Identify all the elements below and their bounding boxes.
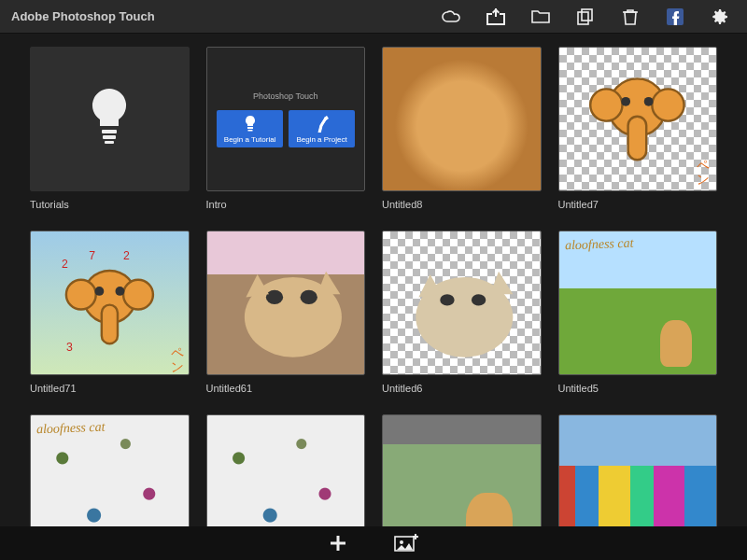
project-item: aloofness cat Untitled5: [558, 231, 718, 398]
image-plus-icon: [394, 534, 418, 553]
project-thumbnail-intro[interactable]: Photoshop Touch Begin a Tutorial Begin a…: [206, 47, 366, 191]
svg-point-9: [591, 90, 623, 121]
svg-point-33: [400, 540, 403, 544]
project-label: Untitled8: [382, 199, 542, 210]
svg-point-10: [653, 90, 684, 121]
overlay-text: aloofness cat: [564, 236, 633, 254]
project-item: ペン Untitled7: [558, 47, 718, 214]
creative-cloud-icon[interactable]: [435, 1, 467, 33]
overlay-text: ペン: [167, 339, 185, 370]
svg-rect-31: [331, 542, 345, 545]
svg-rect-6: [247, 127, 253, 129]
begin-project-button[interactable]: Begin a Project: [289, 110, 354, 147]
project-label: Intro: [206, 199, 366, 210]
project-thumbnail[interactable]: [382, 47, 542, 191]
trash-icon[interactable]: [614, 1, 646, 33]
project-item: Untitled61: [206, 231, 366, 398]
project-thumbnail-tutorials[interactable]: [30, 47, 190, 191]
project-thumbnail[interactable]: [206, 231, 366, 375]
overlay-text: aloofness cat: [36, 420, 106, 438]
new-from-camera-button[interactable]: [394, 534, 418, 553]
app-title: Adobe Photoshop Touch: [11, 9, 155, 23]
project-label: Untitled5: [558, 383, 718, 394]
project-thumbnail[interactable]: 2723 ペン: [30, 231, 190, 375]
svg-rect-5: [105, 141, 114, 144]
svg-rect-19: [102, 305, 118, 344]
lightbulb-icon: [86, 87, 133, 152]
elephant-art: 2723: [31, 231, 189, 374]
facebook-icon[interactable]: [659, 1, 691, 33]
svg-point-12: [644, 97, 654, 106]
project-label: Tutorials: [30, 199, 190, 210]
new-project-button[interactable]: [329, 534, 347, 553]
share-icon[interactable]: [480, 1, 512, 33]
project-thumbnail[interactable]: [382, 231, 542, 375]
svg-rect-13: [628, 117, 647, 161]
project-gallery: Tutorials Photoshop Touch Begin a Tutori…: [0, 34, 747, 560]
project-label: Untitled6: [382, 383, 542, 394]
project-item: Untitled6: [382, 231, 542, 398]
begin-tutorial-button[interactable]: Begin a Tutorial: [217, 110, 284, 147]
svg-point-15: [66, 280, 96, 310]
project-label: Untitled7: [558, 199, 718, 210]
svg-text:2: 2: [62, 259, 68, 272]
begin-project-label: Begin a Project: [296, 135, 346, 144]
settings-icon[interactable]: [704, 1, 736, 33]
svg-point-25: [265, 290, 282, 304]
cat-art: [383, 231, 541, 374]
project-item: Untitled8: [382, 47, 542, 214]
intro-title: Photoshop Touch: [253, 91, 317, 101]
project-item: Photoshop Touch Begin a Tutorial Begin a…: [206, 47, 366, 214]
svg-rect-7: [247, 130, 252, 132]
elephant-art: [559, 48, 717, 190]
svg-rect-0: [578, 12, 588, 24]
project-label: Untitled61: [206, 383, 366, 394]
svg-text:2: 2: [123, 249, 130, 262]
svg-point-16: [123, 280, 153, 310]
cat-art: [207, 231, 365, 374]
project-label: Untitled71: [30, 383, 190, 394]
project-thumbnail[interactable]: aloofness cat: [558, 231, 718, 375]
bottom-bar: [0, 526, 747, 560]
project-item: Tutorials: [30, 47, 190, 214]
svg-rect-4: [103, 135, 116, 139]
project-item: 2723 ペン Untitled71: [30, 231, 190, 398]
top-bar: Adobe Photoshop Touch: [0, 0, 747, 34]
svg-point-11: [622, 97, 631, 106]
svg-rect-1: [582, 9, 592, 21]
svg-point-17: [94, 287, 104, 296]
project-thumbnail[interactable]: ペン: [558, 47, 718, 191]
svg-text:3: 3: [66, 341, 73, 354]
svg-text:7: 7: [89, 249, 95, 262]
duplicate-icon[interactable]: [570, 1, 601, 33]
folder-icon[interactable]: [525, 1, 557, 33]
svg-point-26: [300, 290, 317, 304]
begin-tutorial-label: Begin a Tutorial: [224, 135, 276, 144]
svg-rect-3: [102, 130, 117, 133]
svg-point-18: [115, 287, 124, 296]
intro-button-row: Begin a Tutorial Begin a Project: [217, 110, 355, 147]
svg-point-28: [440, 294, 454, 305]
svg-point-29: [472, 294, 486, 305]
plus-icon: [329, 534, 347, 553]
overlay-text: ペン: [693, 151, 711, 182]
